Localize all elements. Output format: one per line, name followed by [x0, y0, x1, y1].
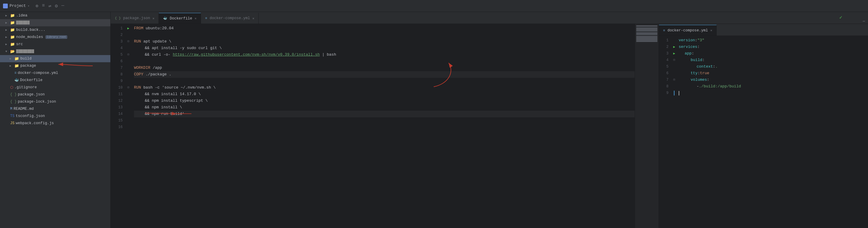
tab-more-btn[interactable]: ⋯: [860, 19, 868, 24]
sidebar-item-label: Dockerfile: [20, 78, 42, 82]
run-icon-r3[interactable]: ▶: [673, 50, 675, 57]
top-bar: Project ▾ ⊕ ≡ ⇌ ⚙ —: [0, 0, 868, 12]
code-content-left[interactable]: FROM ubuntu:20.04 RUN apt update \ && ap…: [132, 24, 635, 228]
sidebar-item-package-json[interactable]: { } package.json: [0, 91, 111, 98]
minimap-line: [636, 30, 657, 31]
nvm-install: && nvm install 14.17.0 \: [145, 91, 201, 97]
code-line-1: FROM ubuntu:20.04: [134, 25, 635, 32]
tab-close-yml[interactable]: ✕: [252, 17, 254, 20]
right-tab-close[interactable]: ✕: [710, 28, 712, 32]
yaml-val-tty: true: [700, 70, 709, 77]
yaml-val-volume: ./build:/app/build: [699, 83, 741, 90]
project-icon: [3, 4, 8, 8]
editor-pane-left: 1 2 3 4 5 6 7 8 9 10 11 12 13 14: [111, 24, 659, 228]
new-file-icon[interactable]: ⊕: [36, 3, 39, 9]
project-dropdown-icon[interactable]: ▾: [28, 4, 30, 8]
copy-val: ./package .: [146, 71, 172, 78]
code-editor-left[interactable]: 1 2 3 4 5 6 7 8 9 10 11 12 13 14: [111, 24, 659, 228]
right-code-content[interactable]: version: "3" services: app:: [678, 36, 868, 228]
fold-icon-3[interactable]: ⊟: [127, 38, 129, 45]
sidebar-item-package-sub[interactable]: ▶ 📁 package: [0, 62, 111, 69]
sidebar-item-dockerfile[interactable]: 🐳 Dockerfile: [0, 77, 111, 84]
code-line-3: RUN apt update \: [134, 38, 635, 45]
right-tab-icon: ≡: [663, 29, 665, 32]
right-code-line-6: tty: true: [679, 70, 868, 77]
yaml-colon: :: [691, 50, 694, 57]
list-icon[interactable]: ≡: [42, 3, 45, 9]
sidebar-item-gitignore[interactable]: ⬡ .gitignore: [0, 84, 111, 91]
file-icon-js: JS: [10, 121, 14, 125]
minimap-line: [636, 29, 657, 30]
sidebar-item-webpack[interactable]: JS webpack.config.js: [0, 120, 111, 127]
yaml-val-context: .: [715, 63, 718, 70]
bash-c: bash -c 'source ~/.nvm/nvm.sh \: [143, 84, 216, 91]
fold-icon-r4[interactable]: ⊟: [673, 57, 675, 63]
run-icon-r2[interactable]: ▶: [673, 44, 675, 50]
file-icon-yml: ≡: [14, 71, 17, 75]
sidebar-item-tsconfig[interactable]: TS tsconfig.json: [0, 113, 111, 120]
file-icon-json: { }: [10, 99, 17, 104]
code-line-8: COPY ./package .: [134, 71, 635, 78]
pipe-bash: | bash: [320, 52, 336, 58]
minimap-line: [636, 36, 657, 37]
tab-dockerfile[interactable]: 🐳 Dockerfile ✕: [159, 13, 201, 24]
right-gutter: ▶ ▶ ⊟ ⊟: [671, 36, 678, 228]
sidebar-item-label: docker-compose.yml: [18, 71, 58, 75]
file-icon-git: ⬡: [10, 85, 13, 90]
sidebar-item-build-sub[interactable]: ▶ 📁 build: [0, 55, 111, 62]
sidebar-item-build-top[interactable]: ▶ 📁 ██████: [0, 19, 111, 26]
code-line-15: [134, 117, 635, 124]
code-line-5: && curl -o- https://raw.githubuserconten…: [134, 52, 635, 58]
keyword-copy: COPY: [134, 71, 143, 78]
sidebar-item-readme[interactable]: M README.md: [0, 105, 111, 113]
library-root-badge: library root: [45, 35, 67, 39]
minimap-line: [636, 41, 657, 42]
collapse-icon[interactable]: —: [61, 3, 64, 9]
keyword-run2: RUN: [134, 84, 141, 91]
minimap-line: [636, 35, 657, 36]
run-icon-1[interactable]: ▶: [127, 25, 129, 32]
tab-package-json[interactable]: { } package.json ✕: [111, 13, 159, 24]
yaml-dash: -: [696, 83, 699, 90]
sidebar-item-label: node_modules: [16, 35, 43, 39]
code-line-7: WORKDIR /app: [134, 65, 635, 71]
sidebar-item-src[interactable]: ▶ 📁 src: [0, 41, 111, 48]
tab-docker-compose[interactable]: ≡ docker-compose.yml ✕: [201, 13, 259, 24]
project-label: Project ▾: [3, 4, 30, 8]
sidebar-item-label: README.md: [13, 107, 34, 111]
right-code-line-1: version: "3": [679, 37, 868, 44]
tab-close-docker[interactable]: ✕: [194, 17, 196, 20]
sidebar-item-package-lock[interactable]: { } package-lock.json: [0, 98, 111, 105]
sidebar-item-label: .gitignore: [14, 85, 37, 89]
yaml-key-version: version: [679, 37, 695, 44]
expand-arrow: ▶: [5, 21, 9, 25]
right-code-line-8: - ./build:/app/build: [679, 83, 868, 90]
tab-close-pkg[interactable]: ✕: [153, 17, 155, 20]
sidebar-item-node-modules[interactable]: ▶ 📁 node_modules library root: [0, 33, 111, 41]
fold-icon-5[interactable]: ⊟: [127, 52, 129, 58]
settings-icon[interactable]: ⚙: [55, 3, 58, 9]
sidebar-item-docker-compose[interactable]: ≡ docker-compose.yml: [0, 69, 111, 77]
folder-icon: 📁: [10, 42, 15, 47]
code-line-2: [134, 32, 635, 38]
yaml-key-context: context: [696, 63, 713, 70]
right-tab-compose[interactable]: ≡ docker-compose.yml ✕: [659, 25, 717, 36]
minimap-line: [636, 38, 657, 39]
sidebar-item-label: src: [16, 42, 23, 47]
url-nvm: https://raw.githubusercontent.com/nvm-sh…: [173, 52, 320, 58]
curl-cmd: && curl -o-: [145, 52, 173, 58]
sync-icon[interactable]: ⇌: [49, 3, 52, 9]
code-line-11: && nvm install 14.17.0 \: [134, 91, 635, 97]
sidebar-item-idea[interactable]: ▶ 📁 .idea: [0, 12, 111, 19]
fold-icon-r7[interactable]: ⊟: [673, 77, 675, 83]
sidebar-item-build-back[interactable]: ▶ 📁 build.back...: [0, 26, 111, 33]
yaml-colon: :: [707, 77, 710, 83]
npm-install: && npm install \: [145, 104, 182, 111]
sidebar-item-unnamed[interactable]: ▼ 📂 ████████: [0, 48, 111, 55]
right-tab-label: docker-compose.yml: [668, 28, 708, 33]
folder-icon-idea: 📁: [10, 13, 15, 18]
right-code-line-5: context: .: [679, 63, 868, 70]
right-code-editor[interactable]: 1 2 3 4 5 6 7 8 9 ▶: [659, 36, 868, 228]
fold-icon-10[interactable]: ⊟: [127, 84, 129, 91]
right-code-line-9: [679, 90, 868, 96]
